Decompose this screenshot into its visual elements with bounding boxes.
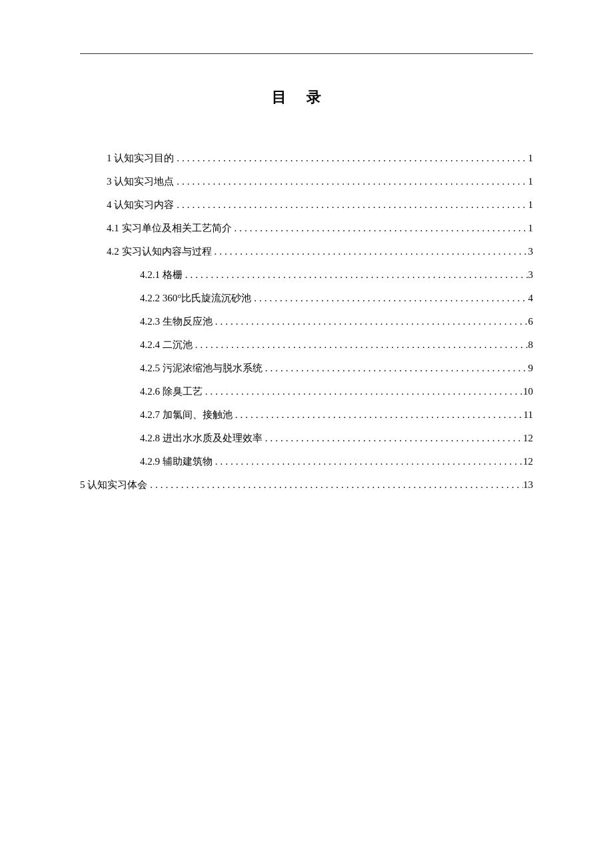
- toc-entry-page: 9: [528, 357, 534, 379]
- toc-entry-label: 4.2.1 格栅: [140, 264, 183, 286]
- toc-entry-page: 1: [528, 194, 534, 216]
- toc-entry-label: 4.2 实习认知内容与过程: [107, 241, 212, 263]
- toc-entry-label: 4.1 实习单位及相关工艺简介: [107, 217, 232, 239]
- toc-leader-dots: [213, 311, 528, 333]
- toc-entry-label: 1 认知实习目的: [107, 147, 174, 169]
- toc-leader-dots: [203, 381, 523, 403]
- table-of-contents: 1 认知实习目的13 认知实习地点14 认知实习内容14.1 实习单位及相关工艺…: [80, 147, 533, 496]
- toc-entry-page: 6: [528, 311, 534, 333]
- toc-leader-dots: [183, 264, 528, 286]
- toc-entry-label: 4.2.5 污泥浓缩池与脱水系统: [140, 357, 263, 379]
- toc-entry-label: 3 认知实习地点: [107, 171, 174, 193]
- toc-entry: 4.2.7 加氯间、接触池11: [80, 404, 533, 426]
- toc-entry-page: 8: [528, 334, 534, 356]
- toc-leader-dots: [263, 427, 523, 449]
- toc-leader-dots: [251, 287, 528, 309]
- toc-entry: 4.2.8 进出水水质及处理效率12: [80, 427, 533, 449]
- toc-entry-label: 5 认知实习体会: [80, 474, 147, 496]
- document-page: 目录 1 认知实习目的13 认知实习地点14 认知实习内容14.1 实习单位及相…: [0, 0, 613, 496]
- toc-entry-page: 3: [528, 241, 534, 263]
- toc-entry: 1 认知实习目的1: [80, 147, 533, 169]
- toc-leader-dots: [174, 194, 528, 216]
- toc-entry: 4.2.5 污泥浓缩池与脱水系统9: [80, 357, 533, 379]
- toc-entry: 4 认知实习内容1: [80, 194, 533, 216]
- toc-entry-page: 1: [528, 171, 534, 193]
- toc-leader-dots: [147, 474, 523, 496]
- toc-entry-page: 13: [523, 474, 533, 496]
- toc-entry-page: 3: [528, 264, 534, 286]
- toc-entry-label: 4.2.7 加氯间、接触池: [140, 404, 233, 426]
- toc-entry-page: 4: [528, 287, 534, 309]
- toc-entry-label: 4.2.6 除臭工艺: [140, 381, 203, 403]
- toc-entry: 4.2.3 生物反应池6: [80, 311, 533, 333]
- toc-entry: 4.2 实习认知内容与过程3: [80, 241, 533, 263]
- toc-leader-dots: [233, 404, 524, 426]
- toc-entry: 4.2.4 二沉池8: [80, 334, 533, 356]
- toc-entry-page: 12: [523, 451, 533, 473]
- toc-leader-dots: [213, 451, 523, 473]
- toc-entry-label: 4.2.3 生物反应池: [140, 311, 213, 333]
- toc-entry: 4.1 实习单位及相关工艺简介1: [80, 217, 533, 239]
- toc-entry: 3 认知实习地点1: [80, 171, 533, 193]
- toc-entry-page: 1: [528, 217, 534, 239]
- toc-entry-label: 4 认知实习内容: [107, 194, 174, 216]
- toc-leader-dots: [174, 171, 528, 193]
- toc-entry: 4.2.9 辅助建筑物12: [80, 451, 533, 473]
- header-rule: [80, 53, 533, 54]
- toc-entry-label: 4.2.4 二沉池: [140, 334, 193, 356]
- toc-leader-dots: [174, 147, 528, 169]
- toc-entry-label: 4.2.9 辅助建筑物: [140, 451, 213, 473]
- toc-leader-dots: [193, 334, 528, 356]
- toc-title: 目录: [80, 87, 533, 107]
- toc-entry-page: 10: [523, 381, 533, 403]
- toc-entry-page: 12: [523, 427, 533, 449]
- toc-entry: 4.2.2 360°比氏旋流沉砂池4: [80, 287, 533, 309]
- toc-entry-page: 11: [524, 404, 533, 426]
- toc-leader-dots: [212, 241, 528, 263]
- toc-entry-page: 1: [528, 147, 534, 169]
- toc-entry: 4.2.6 除臭工艺10: [80, 381, 533, 403]
- toc-entry: 4.2.1 格栅3: [80, 264, 533, 286]
- toc-entry: 5 认知实习体会13: [80, 474, 533, 496]
- toc-leader-dots: [263, 357, 528, 379]
- toc-entry-label: 4.2.8 进出水水质及处理效率: [140, 427, 263, 449]
- toc-entry-label: 4.2.2 360°比氏旋流沉砂池: [140, 287, 251, 309]
- toc-leader-dots: [232, 217, 528, 239]
